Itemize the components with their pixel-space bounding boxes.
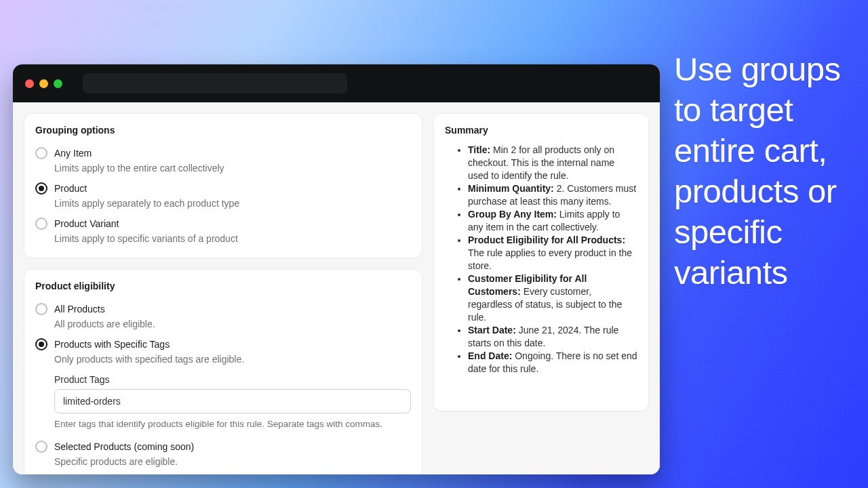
eligibility-title: Product eligibility <box>35 281 411 291</box>
radio-desc: Limits apply to the entire cart collecti… <box>54 162 411 175</box>
radio-selected-products[interactable]: Selected Products (coming soon) Specific… <box>35 437 411 471</box>
radio-desc: Limits apply separately to each product … <box>54 197 411 210</box>
browser-window: Grouping options Any Item Limits apply t… <box>13 64 660 474</box>
eligibility-radio-group: All Products All products are eligible. … <box>35 300 411 471</box>
radio-icon <box>35 218 47 230</box>
radio-icon <box>35 441 47 453</box>
product-tags-block: Product Tags Enter tags that identify pr… <box>54 374 411 430</box>
grouping-title: Grouping options <box>35 125 411 136</box>
page-background: Grouping options Any Item Limits apply t… <box>0 0 868 488</box>
radio-specific-tags[interactable]: Products with Specific Tags Only product… <box>35 335 411 369</box>
product-tags-label: Product Tags <box>54 374 411 385</box>
radio-icon <box>35 182 47 195</box>
grouping-card: Grouping options Any Item Limits apply t… <box>24 113 422 258</box>
product-tags-input[interactable] <box>54 389 411 413</box>
product-tags-help: Enter tags that identify products eligib… <box>54 418 411 430</box>
window-titlebar <box>13 64 660 102</box>
radio-label: Products with Specific Tags <box>54 338 411 351</box>
summary-item: Customer Eligibility for All Customers: … <box>468 272 637 324</box>
summary-item: Minimum Quantity: 2. Customers must purc… <box>468 182 637 208</box>
summary-card: Summary Title: Min 2 for all products on… <box>433 113 649 411</box>
summary-item: Product Eligibility for All Products: Th… <box>468 234 637 272</box>
hero-text: Use groups to target entire cart, produc… <box>674 49 850 293</box>
left-column: Grouping options Any Item Limits apply t… <box>24 113 422 464</box>
right-column: Summary Title: Min 2 for all products on… <box>433 113 649 464</box>
radio-desc: Limits apply to specific variants of a p… <box>54 232 411 245</box>
radio-product[interactable]: Product Limits apply separately to each … <box>35 179 411 213</box>
radio-label: Selected Products (coming soon) <box>54 440 411 453</box>
radio-icon <box>35 338 47 350</box>
radio-desc: Specific products are eligible. <box>54 455 411 468</box>
radio-label: Product Variant <box>54 217 411 230</box>
radio-product-variant[interactable]: Product Variant Limits apply to specific… <box>35 214 411 248</box>
summary-item: Start Date: June 21, 2024. The rule star… <box>468 324 637 350</box>
url-bar[interactable] <box>83 73 347 94</box>
radio-icon <box>35 303 47 315</box>
radio-any-item[interactable]: Any Item Limits apply to the entire cart… <box>35 144 411 178</box>
summary-title: Summary <box>445 125 637 136</box>
radio-label: Any Item <box>54 146 411 160</box>
summary-item: Title: Min 2 for all products only on ch… <box>468 144 637 182</box>
radio-label: Product <box>54 182 411 195</box>
close-icon[interactable] <box>25 79 34 88</box>
page-content: Grouping options Any Item Limits apply t… <box>13 102 660 474</box>
radio-desc: Only products with specified tags are el… <box>54 353 411 366</box>
radio-desc: All products are eligible. <box>54 318 411 331</box>
minimize-icon[interactable] <box>39 79 48 88</box>
eligibility-card: Product eligibility All Products All pro… <box>24 269 422 474</box>
radio-icon <box>35 147 47 159</box>
radio-all-products[interactable]: All Products All products are eligible. <box>35 300 411 333</box>
grouping-radio-group: Any Item Limits apply to the entire cart… <box>35 144 411 248</box>
summary-list: Title: Min 2 for all products only on ch… <box>445 144 637 375</box>
summary-item: Group By Any Item: Limits apply to any i… <box>468 208 637 234</box>
summary-item: End Date: Ongoing. There is no set end d… <box>468 350 637 375</box>
maximize-icon[interactable] <box>54 79 62 88</box>
radio-label: All Products <box>54 302 411 316</box>
